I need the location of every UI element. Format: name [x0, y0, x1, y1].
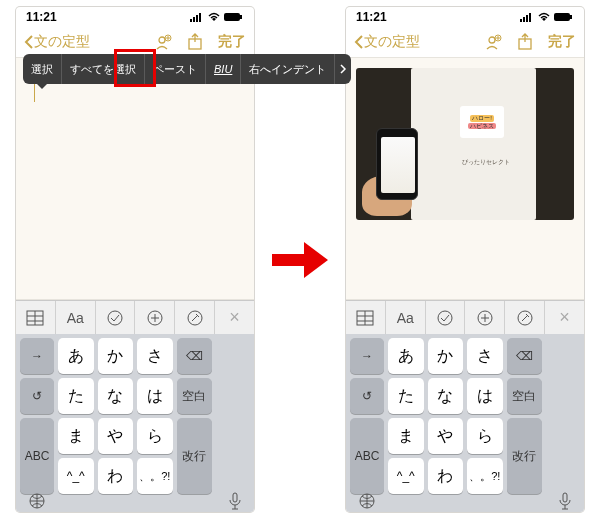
back-label: 文の定型 [364, 33, 420, 51]
key-ha[interactable]: は [137, 378, 173, 414]
key-ya[interactable]: や [428, 418, 464, 454]
svg-rect-20 [570, 15, 572, 19]
phone-right: 11:21 文の定型 完了 [346, 7, 584, 512]
key-na[interactable]: な [428, 378, 464, 414]
back-button[interactable]: 文の定型 [354, 33, 420, 51]
pasted-image[interactable]: ハロー! ハピネス ぴったりセレクト [356, 68, 574, 220]
share-icon[interactable] [516, 33, 534, 51]
toolbar-text-style[interactable]: Aa [56, 301, 96, 334]
toolbar-text-style[interactable]: Aa [386, 301, 426, 334]
status-time: 11:21 [26, 10, 57, 24]
key-a[interactable]: あ [58, 338, 94, 374]
chevron-left-icon [354, 35, 364, 49]
svg-point-6 [159, 37, 165, 43]
toolbar-checklist-icon[interactable] [96, 301, 136, 334]
toolbar-add-icon[interactable] [135, 301, 175, 334]
key-ma[interactable]: ま [388, 418, 424, 454]
key-undo[interactable]: ↺ [350, 378, 384, 414]
toolbar-checklist-icon[interactable] [426, 301, 466, 334]
key-sa[interactable]: さ [467, 338, 503, 374]
status-time: 11:21 [356, 10, 387, 24]
key-arrow[interactable]: → [20, 338, 54, 374]
key-space[interactable]: 空白 [177, 378, 213, 414]
svg-point-25 [438, 311, 452, 325]
key-ha[interactable]: は [467, 378, 503, 414]
mic-icon[interactable] [228, 492, 242, 510]
key-emoji[interactable]: ^_^ [388, 458, 424, 494]
person-add-icon[interactable] [484, 33, 502, 51]
key-wa[interactable]: わ [428, 458, 464, 494]
svg-rect-16 [523, 17, 525, 22]
key-ra[interactable]: ら [137, 418, 173, 454]
back-label: 文の定型 [34, 33, 90, 51]
badge-line2: ハピネス [468, 123, 496, 130]
key-ma[interactable]: ま [58, 418, 94, 454]
status-bar: 11:21 [346, 7, 584, 27]
share-icon[interactable] [186, 33, 204, 51]
svg-rect-17 [526, 15, 528, 22]
badge-line1: ハロー! [470, 115, 494, 122]
signal-icon [520, 12, 534, 22]
ctx-biu[interactable]: BIU [206, 54, 241, 84]
key-ka[interactable]: か [428, 338, 464, 374]
done-button[interactable]: 完了 [548, 33, 576, 51]
key-ta[interactable]: た [388, 378, 424, 414]
key-a[interactable]: あ [388, 338, 424, 374]
key-abc[interactable]: ABC [20, 418, 54, 494]
key-backspace[interactable]: ⌫ [177, 338, 213, 374]
ctx-indent-right[interactable]: 右へインデント [241, 54, 254, 84]
key-emoji[interactable]: ^_^ [58, 458, 94, 494]
done-button[interactable]: 完了 [218, 33, 246, 51]
status-icons [190, 12, 244, 22]
phone-illustration [376, 128, 418, 200]
svg-rect-1 [193, 17, 195, 22]
toolbar-add-icon[interactable] [465, 301, 505, 334]
key-enter[interactable]: 改行 [177, 418, 213, 494]
key-wa[interactable]: わ [98, 458, 134, 494]
text-cursor [34, 84, 35, 102]
note-content[interactable]: ハロー! ハピネス ぴったりセレクト [346, 57, 584, 300]
chevron-left-icon [24, 35, 34, 49]
battery-icon [224, 12, 244, 22]
key-ta[interactable]: た [58, 378, 94, 414]
back-button[interactable]: 文の定型 [24, 33, 90, 51]
signal-icon [190, 12, 204, 22]
key-undo[interactable]: ↺ [20, 378, 54, 414]
format-toolbar: Aa × [16, 300, 254, 334]
toolbar-markup-icon[interactable] [505, 301, 545, 334]
format-toolbar: Aa × [346, 300, 584, 334]
toolbar-markup-icon[interactable] [175, 301, 215, 334]
phone-left: 11:21 文の定型 完了 選 [16, 7, 254, 512]
toolbar-table-icon[interactable] [16, 301, 56, 334]
status-bar: 11:21 [16, 7, 254, 27]
key-ra[interactable]: ら [467, 418, 503, 454]
ctx-select[interactable]: 選択 [23, 54, 62, 84]
key-ka[interactable]: か [98, 338, 134, 374]
wifi-icon [207, 12, 221, 22]
key-backspace[interactable]: ⌫ [507, 338, 543, 374]
svg-point-21 [489, 37, 495, 43]
key-space[interactable]: 空白 [507, 378, 543, 414]
status-icons [520, 12, 574, 22]
note-content[interactable] [16, 57, 254, 300]
key-punct[interactable]: 、。?! [137, 458, 173, 494]
globe-icon[interactable] [358, 492, 376, 510]
globe-icon[interactable] [28, 492, 46, 510]
key-arrow[interactable]: → [350, 338, 384, 374]
key-ya[interactable]: や [98, 418, 134, 454]
key-enter[interactable]: 改行 [507, 418, 543, 494]
person-add-icon[interactable] [154, 33, 172, 51]
key-na[interactable]: な [98, 378, 134, 414]
mic-icon[interactable] [558, 492, 572, 510]
svg-rect-0 [190, 19, 192, 22]
key-sa[interactable]: さ [137, 338, 173, 374]
svg-rect-3 [199, 13, 201, 22]
svg-rect-29 [563, 493, 567, 502]
toolbar-close-icon[interactable]: × [545, 301, 584, 334]
toolbar-table-icon[interactable] [346, 301, 386, 334]
key-abc[interactable]: ABC [350, 418, 384, 494]
svg-rect-19 [554, 13, 570, 21]
key-punct[interactable]: 、。?! [467, 458, 503, 494]
toolbar-close-icon[interactable]: × [215, 301, 254, 334]
svg-rect-2 [196, 15, 198, 22]
